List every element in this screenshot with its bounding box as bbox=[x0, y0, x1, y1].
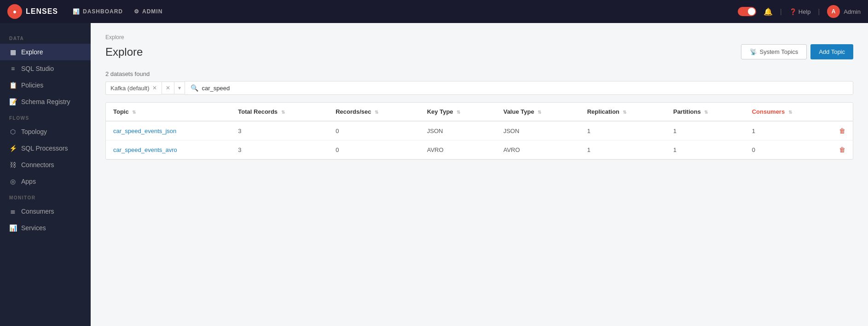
filter-tag-close-button[interactable]: ✕ bbox=[152, 85, 157, 91]
sidebar-item-sql-processors[interactable]: ⚡ SQL Processors bbox=[0, 140, 91, 157]
sidebar-item-schema-registry-label: Schema Registry bbox=[21, 98, 70, 105]
sidebar-item-apps-label: Apps bbox=[21, 178, 36, 185]
cell-delete: 🗑 bbox=[832, 140, 853, 159]
chart-icon: 📊 bbox=[73, 8, 80, 15]
sql-processors-icon: ⚡ bbox=[9, 145, 17, 152]
col-header-records-sec[interactable]: Records/sec ⇅ bbox=[328, 103, 420, 121]
sidebar-item-connectors-label: Connectors bbox=[21, 161, 54, 169]
app-layout: DATA ▦ Explore ≡ SQL Studio 📋 Policies 📝… bbox=[0, 23, 868, 326]
col-header-key-type[interactable]: Key Type ⇅ bbox=[420, 103, 496, 121]
col-header-partitions[interactable]: Partitions ⇅ bbox=[666, 103, 745, 121]
sidebar-item-policies[interactable]: 📋 Policies bbox=[0, 77, 91, 93]
sort-icon-consumers: ⇅ bbox=[788, 110, 792, 115]
topology-icon: ⬡ bbox=[9, 128, 17, 135]
consumers-icon: ≣ bbox=[9, 208, 17, 215]
filter-tag: Kafka (default) ✕ bbox=[105, 82, 162, 95]
services-icon: 📊 bbox=[9, 224, 17, 232]
cell-key-type: JSON bbox=[420, 121, 496, 140]
header-actions: 📡 System Topics Add Topic bbox=[741, 44, 853, 59]
dashboard-link[interactable]: 📊 DASHBOARD bbox=[73, 8, 123, 15]
filter-row: Kafka (default) ✕ ✕ ▾ 🔍 bbox=[105, 81, 853, 95]
cell-consumers: 0 bbox=[745, 140, 832, 159]
sql-studio-icon: ≡ bbox=[9, 65, 17, 72]
admin-link[interactable]: ⚙ ADMIN bbox=[134, 8, 162, 15]
filter-tag-label: Kafka (default) bbox=[110, 85, 150, 92]
sidebar-item-connectors[interactable]: ⛓ Connectors bbox=[0, 157, 91, 173]
cell-delete: 🗑 bbox=[832, 121, 853, 140]
sidebar-item-policies-label: Policies bbox=[21, 82, 43, 89]
search-box: 🔍 bbox=[185, 81, 853, 95]
nav-links: 📊 DASHBOARD ⚙ ADMIN bbox=[73, 8, 162, 15]
sidebar-item-consumers[interactable]: ≣ Consumers bbox=[0, 203, 91, 220]
sidebar-item-schema-registry[interactable]: 📝 Schema Registry bbox=[0, 93, 91, 110]
sidebar-item-services[interactable]: 📊 Services bbox=[0, 220, 91, 236]
cell-partitions: 1 bbox=[666, 140, 745, 159]
filter-icon: 📡 bbox=[750, 48, 757, 55]
search-icon: 🔍 bbox=[191, 84, 198, 92]
admin-user-area[interactable]: A Admin bbox=[827, 5, 861, 18]
logo-area[interactable]: ● LENSES bbox=[7, 4, 58, 19]
col-header-actions bbox=[832, 103, 853, 121]
logo-icon: ● bbox=[7, 4, 22, 19]
table-header-row: Topic ⇅ Total Records ⇅ Records/sec ⇅ Ke… bbox=[106, 103, 853, 121]
system-topics-button[interactable]: 📡 System Topics bbox=[741, 44, 807, 59]
sort-icon-value-type: ⇅ bbox=[538, 110, 541, 115]
add-topic-button[interactable]: Add Topic bbox=[810, 44, 853, 59]
avatar: A bbox=[827, 5, 840, 18]
page-header: Explore 📡 System Topics Add Topic bbox=[105, 44, 853, 59]
sidebar-item-explore-label: Explore bbox=[21, 48, 43, 56]
apps-icon: ◎ bbox=[9, 178, 17, 185]
topic-link[interactable]: car_speed_events_json bbox=[113, 128, 176, 134]
col-header-value-type[interactable]: Value Type ⇅ bbox=[496, 103, 580, 121]
search-input[interactable] bbox=[202, 85, 847, 92]
cell-consumers: 1 bbox=[745, 121, 832, 140]
data-section-label: DATA bbox=[0, 30, 91, 44]
sidebar-item-apps[interactable]: ◎ Apps bbox=[0, 173, 91, 190]
cell-key-type: AVRO bbox=[420, 140, 496, 159]
main-content: Explore Explore 📡 System Topics Add Topi… bbox=[91, 23, 868, 326]
sort-icon-records-sec: ⇅ bbox=[375, 110, 378, 115]
help-icon: ❓ bbox=[789, 8, 797, 15]
col-header-replication[interactable]: Replication ⇅ bbox=[580, 103, 666, 121]
col-header-consumers[interactable]: Consumers ⇅ bbox=[745, 103, 832, 121]
breadcrumb: Explore bbox=[105, 34, 853, 41]
col-header-total-records[interactable]: Total Records ⇅ bbox=[231, 103, 328, 121]
topics-table-container: Topic ⇅ Total Records ⇅ Records/sec ⇅ Ke… bbox=[105, 102, 853, 160]
sort-icon-replication: ⇅ bbox=[623, 110, 626, 115]
delete-button[interactable]: 🗑 bbox=[839, 146, 845, 153]
col-header-topic[interactable]: Topic ⇅ bbox=[106, 103, 231, 121]
logo-text: LENSES bbox=[26, 7, 58, 16]
sort-icon-total-records: ⇅ bbox=[281, 110, 285, 115]
cell-topic: car_speed_events_avro bbox=[106, 140, 231, 159]
sidebar-item-sql-studio[interactable]: ≡ SQL Studio bbox=[0, 60, 91, 77]
sort-icon-key-type: ⇅ bbox=[457, 110, 460, 115]
sort-icon-topic: ⇅ bbox=[132, 110, 136, 115]
help-link[interactable]: ❓ Help bbox=[789, 8, 811, 15]
cell-topic: car_speed_events_json bbox=[106, 121, 231, 140]
topic-link[interactable]: car_speed_events_avro bbox=[113, 146, 177, 153]
cell-replication: 1 bbox=[580, 140, 666, 159]
sidebar-item-topology[interactable]: ⬡ Topology bbox=[0, 123, 91, 140]
flows-section-label: FLOWS bbox=[0, 110, 91, 123]
table-row: car_speed_events_avro 3 0 AVRO AVRO 1 1 … bbox=[106, 140, 853, 159]
datasets-count: 2 datasets found bbox=[105, 70, 853, 77]
gear-icon: ⚙ bbox=[134, 8, 139, 15]
cell-records-sec: 0 bbox=[328, 121, 420, 140]
cell-partitions: 1 bbox=[666, 121, 745, 140]
sidebar-item-explore[interactable]: ▦ Explore bbox=[0, 44, 91, 60]
separator: | bbox=[780, 8, 782, 15]
delete-button[interactable]: 🗑 bbox=[839, 127, 845, 134]
sidebar-item-sql-processors-label: SQL Processors bbox=[21, 145, 68, 152]
page-title: Explore bbox=[105, 46, 143, 58]
filter-dropdown-button[interactable]: ▾ bbox=[174, 82, 185, 94]
toggle-switch[interactable] bbox=[738, 7, 756, 16]
separator2: | bbox=[818, 8, 820, 15]
filter-clear-button[interactable]: ✕ bbox=[162, 82, 174, 94]
bell-icon[interactable]: 🔔 bbox=[764, 7, 773, 16]
top-navigation: ● LENSES 📊 DASHBOARD ⚙ ADMIN 🔔 | ❓ Help … bbox=[0, 0, 868, 23]
sidebar-item-services-label: Services bbox=[21, 224, 46, 232]
sidebar: DATA ▦ Explore ≡ SQL Studio 📋 Policies 📝… bbox=[0, 23, 91, 326]
topics-table: Topic ⇅ Total Records ⇅ Records/sec ⇅ Ke… bbox=[106, 103, 853, 159]
cell-value-type: AVRO bbox=[496, 140, 580, 159]
table-row: car_speed_events_json 3 0 JSON JSON 1 1 … bbox=[106, 121, 853, 140]
